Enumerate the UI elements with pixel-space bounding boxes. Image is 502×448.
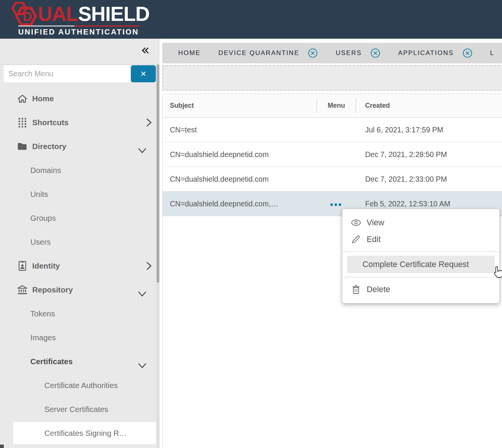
home-icon — [17, 94, 27, 103]
close-icon: × — [140, 68, 146, 80]
cursor-pointer-icon — [492, 266, 502, 279]
context-menu-item-delete[interactable]: Delete — [342, 281, 499, 298]
cell-menu: ••• — [317, 198, 356, 210]
dualshield-logo: D UALSHIELD UNIFIED AUTHENTICATION — [8, 2, 149, 36]
table-row[interactable]: CN=dualshield.deepnetid.com Dec 7, 2021,… — [163, 167, 502, 192]
brand-tagline: UNIFIED AUTHENTICATION — [18, 28, 149, 36]
chevron-down-icon — [138, 291, 146, 297]
sidebar-item-groups[interactable]: Groups — [0, 206, 156, 230]
sidebar-item-users[interactable]: Users — [0, 230, 156, 254]
sidebar-item-domains[interactable]: Domains — [0, 158, 156, 182]
sidebar-item-label: Home — [32, 94, 54, 103]
tab-device-quarantine[interactable]: DEVICE QUARANTINE — [218, 48, 318, 58]
cell-subject: CN=dualshield.deepnetid.com — [163, 175, 317, 184]
sidebar-item-label: Users — [30, 237, 51, 247]
sidebar-scrollbar[interactable] — [156, 64, 160, 448]
trash-icon — [351, 285, 361, 294]
row-menu-dots-icon[interactable]: ••• — [330, 198, 342, 209]
sidebar-item-certificates-signing-requests[interactable]: Certificates Signing R… — [13, 422, 156, 444]
cell-created: Feb 5, 2022, 12:53:10 AM — [356, 200, 502, 208]
cell-subject: CN=dualshield.deepnetid.com,… — [163, 200, 317, 208]
context-menu-item-edit[interactable]: Edit — [342, 231, 499, 248]
sidebar-item-home[interactable]: Home — [0, 86, 156, 110]
sidebar-item-units[interactable]: Units — [0, 182, 156, 206]
cell-created: Dec 7, 2021, 2:33:00 PM — [356, 175, 502, 184]
sidebar-item-shortcuts[interactable]: Shortcuts — [0, 110, 156, 134]
app-header: D UALSHIELD UNIFIED AUTHENTICATION — [0, 0, 502, 39]
sidebar-item-label: Directory — [32, 142, 66, 151]
close-tab-icon[interactable] — [370, 48, 380, 58]
close-tab-icon[interactable] — [463, 48, 472, 58]
table-row[interactable]: CN=dualshield.deepnetid.com Dec 7, 2021,… — [163, 142, 502, 167]
column-header-created[interactable]: Created — [356, 102, 502, 110]
sidebar-menu: Home Shortcuts Directory — [0, 86, 156, 445]
sidebar-item-label: Tokens — [30, 309, 55, 318]
toolbar-dropzone — [162, 65, 502, 91]
grid-icon — [17, 118, 27, 127]
chevron-down-icon — [138, 363, 146, 368]
sidebar-divider — [0, 64, 160, 64]
scrollbar-thumb[interactable] — [157, 64, 159, 283]
folder-icon — [17, 143, 27, 150]
sidebar-item-certificate-authorities[interactable]: Certificate Authorities — [0, 373, 156, 397]
collapse-sidebar-button[interactable]: « — [138, 42, 152, 58]
chevron-double-left-icon: « — [141, 42, 150, 58]
sidebar-item-label: Certificates Signing R… — [44, 429, 127, 438]
table-header-row: Subject Menu Created — [163, 94, 502, 118]
sidebar-item-identity[interactable]: Identity — [0, 254, 156, 278]
sidebar-item-server-certificates[interactable]: Server Certificates — [0, 397, 156, 421]
cell-created: Dec 7, 2021, 2:28:50 PM — [356, 150, 502, 159]
brand-name-red: UAL — [38, 4, 78, 24]
cell-subject: CN=test — [163, 126, 317, 134]
sidebar-item-label: Images — [30, 333, 56, 342]
context-menu-label: Edit — [367, 235, 381, 244]
context-menu-item-complete-certificate-request[interactable]: Complete Certificate Request — [347, 256, 495, 273]
eye-icon — [351, 219, 361, 226]
chevron-right-icon — [146, 118, 152, 127]
sidebar-item-images[interactable]: Images — [0, 325, 156, 349]
context-menu-label: Delete — [367, 285, 390, 294]
tab-label: USERS — [336, 49, 362, 57]
tab-users[interactable]: USERS — [336, 48, 380, 58]
chevron-down-icon — [138, 148, 146, 153]
sidebar-item-label: Certificate Authorities — [44, 381, 118, 390]
sidebar-item-label: Identity — [32, 261, 60, 270]
row-context-menu: View Edit Complete Certificate Request D… — [342, 209, 500, 303]
tab-label: APPLICATIONS — [398, 49, 454, 57]
sidebar-item-tokens[interactable]: Tokens — [0, 302, 156, 325]
menu-divider — [342, 277, 499, 277]
svg-text:D: D — [23, 9, 32, 24]
pencil-icon — [351, 235, 361, 244]
sidebar-item-label: Certificates — [30, 357, 73, 366]
sidebar-item-certificates[interactable]: Certificates — [0, 349, 156, 373]
context-menu-label: View — [367, 218, 384, 228]
sidebar-item-repository[interactable]: Repository — [0, 278, 156, 302]
sidebar-item-label: Shortcuts — [32, 118, 69, 127]
tab-applications[interactable]: APPLICATIONS — [398, 48, 472, 58]
tab-label: HOME — [178, 49, 201, 57]
tab-bar: HOME DEVICE QUARANTINE USERS APPLICATION… — [162, 43, 502, 63]
tab-label: DEVICE QUARANTINE — [218, 49, 299, 57]
search-menu-input[interactable] — [4, 65, 131, 82]
column-header-subject[interactable]: Subject — [163, 102, 317, 110]
search-clear-button[interactable]: × — [131, 65, 156, 82]
tab-label: L — [490, 49, 494, 57]
sidebar-item-label: Repository — [32, 285, 73, 294]
sidebar: « × Home Shortcuts — [0, 39, 160, 448]
brand-name-white: SHIELD — [78, 4, 149, 24]
sidebar-item-label: Server Certificates — [44, 405, 108, 414]
tab-home[interactable]: HOME — [178, 49, 201, 57]
cell-created: Jul 6, 2021, 3:17:59 PM — [356, 126, 502, 134]
context-menu-label: Complete Certificate Request — [362, 260, 469, 269]
logo-underline — [18, 25, 140, 27]
tab-truncated[interactable]: L — [490, 49, 494, 57]
sidebar-item-label: Domains — [30, 166, 61, 175]
sidebar-item-directory[interactable]: Directory — [0, 134, 156, 158]
context-menu-item-view[interactable]: View — [342, 214, 499, 231]
chevron-right-icon — [146, 262, 152, 270]
table-row[interactable]: CN=test Jul 6, 2021, 3:17:59 PM — [163, 118, 502, 142]
close-tab-icon[interactable] — [308, 48, 318, 58]
menu-divider — [342, 252, 499, 252]
horizontal-scrollbar-thumb[interactable] — [0, 445, 4, 448]
bank-icon — [17, 285, 27, 294]
